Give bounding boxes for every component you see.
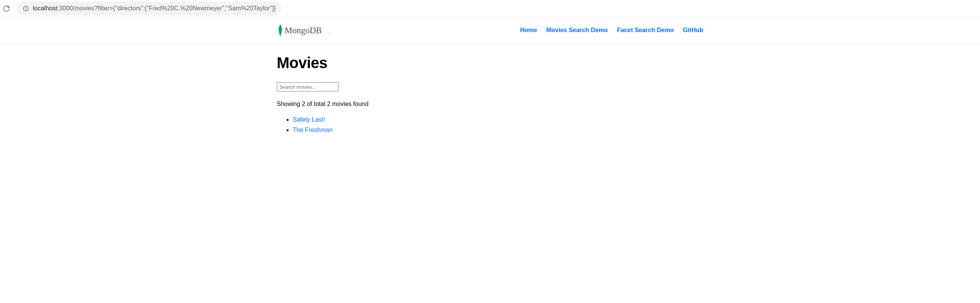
page-title: Movies <box>277 54 703 72</box>
nav-home[interactable]: Home <box>520 27 537 34</box>
mongodb-logo[interactable]: MongoDB <box>277 23 342 38</box>
results-status: Showing 2 of total 2 movies found <box>277 101 703 108</box>
movie-list: Safety Last! The Freshman <box>277 114 703 135</box>
address-bar[interactable]: localhost:3000/movies?filter={"directors… <box>17 2 281 15</box>
search-input[interactable] <box>277 82 339 91</box>
list-item: The Freshman <box>293 125 703 135</box>
nav-facet-search-demo[interactable]: Facet Search Demo <box>617 27 674 34</box>
svg-point-2 <box>26 7 26 7</box>
logo-text: MongoDB <box>285 26 322 36</box>
url-host: localhost <box>33 5 57 11</box>
main-content: Movies Showing 2 of total 2 movies found… <box>0 44 980 146</box>
reload-icon[interactable] <box>2 5 10 12</box>
nav-movies-search-demo[interactable]: Movies Search Demo <box>546 27 608 34</box>
browser-toolbar: localhost:3000/movies?filter={"directors… <box>0 0 980 17</box>
list-item: Safety Last! <box>293 114 703 125</box>
info-icon[interactable] <box>22 5 29 12</box>
movie-link[interactable]: Safety Last! <box>293 116 325 123</box>
svg-point-3 <box>330 34 331 34</box>
nav-github[interactable]: GitHub <box>683 27 703 34</box>
header-bar: MongoDB Home Movies Search Demo Facet Se… <box>0 17 980 44</box>
main-nav: Home Movies Search Demo Facet Search Dem… <box>520 27 703 34</box>
url-text: localhost:3000/movies?filter={"directors… <box>33 5 276 12</box>
url-path: :3000/movies?filter={"directors":["Fred%… <box>57 5 276 11</box>
movie-link[interactable]: The Freshman <box>293 127 333 133</box>
